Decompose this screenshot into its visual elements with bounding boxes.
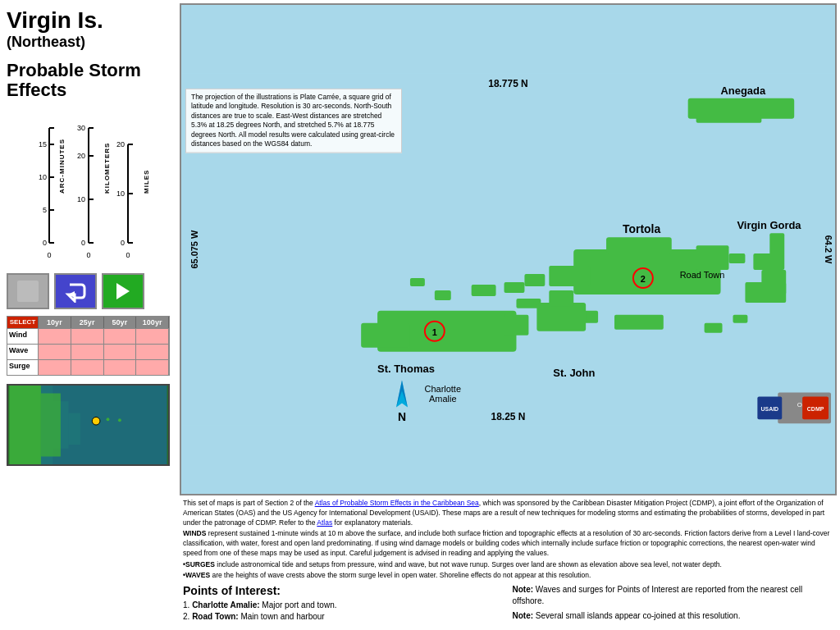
cell-wave-50yr[interactable] — [104, 345, 137, 359]
svg-text:0: 0 — [47, 251, 51, 259]
svg-text:10: 10 — [116, 189, 125, 198]
poi-col: Points of Interest: 1. Charlotte Amalie:… — [183, 584, 504, 627]
svg-text:15: 15 — [39, 140, 47, 148]
svg-text:64.2 W: 64.2 W — [824, 235, 833, 264]
svg-text:5: 5 — [43, 206, 47, 214]
svg-marker-33 — [116, 283, 130, 299]
svg-text:30: 30 — [77, 124, 85, 132]
row-wave-label: Wave — [7, 345, 39, 359]
note-2-label: Note: — [513, 611, 534, 620]
svg-rect-59 — [549, 266, 590, 286]
col-10yr[interactable]: 10yr — [39, 317, 71, 328]
svg-text:CDMP: CDMP — [807, 406, 824, 412]
title-section: Virgin Is. (Northeast) Probable Storm Ef… — [7, 8, 170, 100]
poi-item-1: 1. Charlotte Amalie: Major port and town… — [183, 600, 504, 609]
tortola-label: Tortola — [623, 222, 660, 235]
grid-row-wind: Wind — [7, 328, 169, 344]
svg-rect-61 — [524, 274, 545, 286]
cell-surge-100yr[interactable] — [136, 360, 169, 375]
svg-text:0: 0 — [121, 239, 125, 247]
col-25yr[interactable]: 25yr — [71, 317, 104, 328]
return-button[interactable] — [54, 273, 97, 309]
row-wind-label: Wind — [7, 329, 39, 344]
svg-text:10: 10 — [77, 195, 85, 203]
poi-item-2: 2. Road Town: Main town and harbour — [183, 612, 504, 621]
svg-rect-67 — [361, 323, 410, 348]
row-surge-label: Surge — [7, 360, 39, 375]
svg-marker-41 — [41, 394, 61, 457]
svg-rect-75 — [733, 315, 747, 323]
return-icon — [63, 280, 88, 303]
atlas-link2[interactable]: Atlas — [317, 518, 332, 527]
note-1-label: Note: — [513, 585, 534, 594]
cell-wind-50yr[interactable] — [104, 329, 137, 344]
cell-surge-50yr[interactable] — [104, 360, 137, 375]
cell-wind-25yr[interactable] — [71, 329, 104, 344]
selection-grid: SELECT 10yr 25yr 50yr 100yr Wind Wave — [7, 316, 170, 376]
poi-1-desc: Major port and town. — [262, 600, 336, 609]
intro-text: This set of maps is part of Section 2 of… — [183, 499, 833, 527]
svg-text:USAID: USAID — [760, 406, 778, 412]
charlotte-amalie-label2: Amalie — [429, 394, 456, 404]
cell-surge-25yr[interactable] — [71, 360, 104, 375]
title-main: Virgin Is. — [7, 8, 170, 34]
scale-area: 0 5 10 15 ARC-MINUTES 0 10 20 30 KILOMET… — [7, 112, 170, 265]
svg-rect-69 — [536, 303, 586, 331]
svg-rect-72 — [472, 285, 496, 296]
svg-text:0: 0 — [86, 251, 90, 259]
mini-map — [7, 384, 170, 466]
cell-wave-25yr[interactable] — [71, 345, 104, 359]
poi-title: Points of Interest: — [183, 584, 504, 597]
col-50yr[interactable]: 50yr — [104, 317, 137, 328]
back-button[interactable] — [7, 273, 49, 309]
svg-text:1: 1 — [432, 327, 437, 337]
svg-rect-60 — [696, 245, 729, 270]
storm-effects-label: Probable Storm Effects — [7, 61, 170, 100]
svg-rect-70 — [549, 290, 573, 307]
mini-map-svg — [8, 386, 168, 464]
svg-point-43 — [107, 418, 110, 422]
svg-rect-62 — [728, 253, 745, 263]
svg-text:18.25 N: 18.25 N — [491, 411, 526, 422]
svg-text:ARC-MINUTES: ARC-MINUTES — [58, 139, 66, 194]
svg-text:20: 20 — [77, 152, 85, 160]
svg-text:18.775 N: 18.775 N — [488, 78, 527, 89]
svg-rect-32 — [17, 281, 39, 302]
winds-text: WINDS represent sustained 1-minute winds… — [183, 529, 833, 558]
svg-rect-52 — [696, 115, 762, 123]
svg-text:0: 0 — [81, 239, 85, 247]
atlas-link[interactable]: Atlas of Probable Storm Effects in the C… — [315, 499, 479, 507]
note-2-text: Several small islands appear co-joined a… — [536, 611, 741, 620]
note-1: Note: Waves and surges for Points of Int… — [513, 584, 834, 607]
surges-text: •SURGES include astronomical tide and se… — [183, 560, 833, 570]
play-button[interactable] — [102, 273, 144, 309]
grid-row-wave: Wave — [7, 344, 169, 359]
poi-2-desc: Main town and harbour — [240, 612, 324, 621]
col-100yr[interactable]: 100yr — [136, 317, 169, 328]
svg-rect-54 — [753, 253, 782, 270]
svg-rect-65 — [614, 315, 664, 330]
cell-wind-10yr[interactable] — [39, 329, 71, 344]
cell-wave-100yr[interactable] — [136, 345, 169, 359]
cell-surge-10yr[interactable] — [39, 360, 71, 375]
bottom-section: This set of maps is part of Section 2 of… — [176, 495, 840, 582]
cell-wind-100yr[interactable] — [136, 329, 169, 344]
svg-rect-74 — [705, 323, 723, 333]
charlotte-amalie-label: Charlotte — [425, 384, 461, 394]
notes-col: Note: Waves and surges for Points of Int… — [513, 584, 834, 627]
back-icon — [16, 279, 40, 304]
svg-text:10: 10 — [39, 173, 47, 181]
st-thomas-label: St. Thomas — [377, 363, 435, 375]
virgin-gorda-label: Virgin Gorda — [737, 219, 801, 231]
svg-marker-40 — [10, 386, 41, 464]
svg-text:N: N — [398, 410, 406, 423]
svg-text:MILES: MILES — [143, 170, 150, 194]
cell-wave-10yr[interactable] — [39, 345, 71, 359]
svg-rect-68 — [504, 315, 529, 336]
svg-text:0: 0 — [43, 239, 47, 247]
svg-rect-58 — [606, 237, 672, 253]
poi-section: Points of Interest: 1. Charlotte Amalie:… — [176, 582, 840, 630]
waves-text: •WAVES are the heights of wave crests ab… — [183, 571, 833, 581]
road-town-label: Road Town — [680, 270, 725, 280]
scale-svg: 0 5 10 15 ARC-MINUTES 0 10 20 30 KILOMET… — [7, 112, 171, 263]
